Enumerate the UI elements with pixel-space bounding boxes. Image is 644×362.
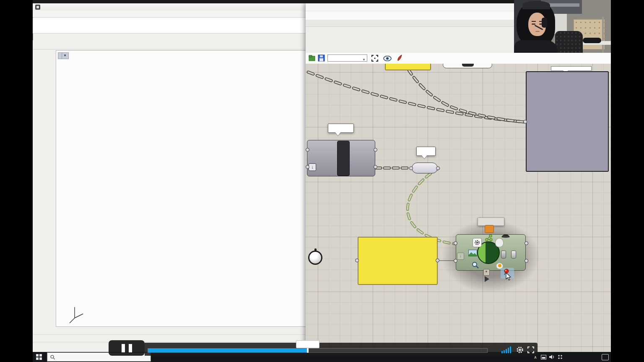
tray-language[interactable]: [564, 352, 576, 362]
desk-headphones: [583, 38, 601, 43]
viewport-title-tab[interactable]: ▼: [58, 52, 69, 59]
data-node-tooltip: [416, 147, 436, 156]
split-tree-negative-nub[interactable]: [374, 165, 377, 169]
tree-panel-input-nub[interactable]: [523, 120, 527, 124]
split-tree-2-masks-nub[interactable]: [454, 259, 457, 263]
split-tree-2-tooltip: [478, 217, 504, 226]
video-frame: ▼ ▼: [0, 0, 644, 362]
grasshopper-canvas[interactable]: ↓: [306, 64, 611, 352]
start-button[interactable]: [36, 354, 42, 360]
canvas-zoom-select[interactable]: ▼: [327, 54, 367, 62]
pause-button[interactable]: [109, 340, 145, 356]
person-shoulders: [514, 40, 558, 53]
rhino-viewport[interactable]: ▼: [56, 50, 306, 327]
capsule-toggle-icon-2[interactable]: [511, 251, 516, 259]
split-tree-masks-nub[interactable]: [306, 165, 309, 169]
split-tree-2-positive-nub[interactable]: [525, 241, 528, 245]
headset-band: [522, 1, 550, 9]
player-timestamp-tooltip: [296, 340, 319, 348]
compass-knob: [314, 248, 317, 251]
image-preview-icon[interactable]: [468, 250, 477, 256]
settings-gear-icon[interactable]: [473, 238, 482, 247]
orange-box-icon[interactable]: [485, 225, 494, 233]
letterbox-right: [611, 0, 644, 362]
split-tree-tooltip-pointer: [335, 132, 341, 136]
save-file-icon[interactable]: [318, 54, 325, 62]
mouse-cursor: [505, 272, 512, 281]
open-file-icon[interactable]: [309, 54, 316, 62]
data-node-tooltip-pointer: [421, 155, 427, 159]
split-tree-component[interactable]: ↓: [307, 140, 375, 176]
shelf-pole: [602, 17, 604, 53]
magnifier-icon[interactable]: [472, 261, 479, 269]
rhino-title-bar: [33, 3, 306, 10]
rhino-app-icon: [35, 5, 40, 10]
data-node-input-nub[interactable]: [409, 166, 413, 170]
slider-handle[interactable]: [462, 64, 474, 67]
ghost-preview-icon[interactable]: [495, 238, 504, 247]
zoom-extents-icon[interactable]: [371, 54, 379, 62]
split-tree-name-plate[interactable]: [337, 141, 350, 176]
cplane-axis-icon: [64, 301, 89, 326]
bake-icon[interactable]: [483, 269, 490, 276]
masks-expression-icon[interactable]: ↓: [309, 163, 316, 171]
panel-output-nub[interactable]: [436, 259, 439, 262]
playhead[interactable]: [307, 348, 309, 353]
tree-panel-callout: [551, 66, 592, 71]
rhino-display-toolbar: [33, 40, 306, 49]
play-icon[interactable]: [483, 276, 490, 282]
wire-display-icon[interactable]: [485, 234, 493, 242]
tray-speaker-icon[interactable]: [548, 352, 556, 362]
notification-badge: [602, 354, 609, 360]
rhino-osnap-bar: [33, 334, 306, 342]
rhino-toolbar-tabs: [33, 34, 306, 40]
split-tree-positive-nub[interactable]: [374, 148, 377, 152]
panel-node-top[interactable]: [385, 64, 431, 70]
redraw-pen-icon[interactable]: [396, 54, 403, 62]
tray-dropbox-icon[interactable]: [556, 352, 564, 362]
progress-fill: [148, 349, 308, 352]
chair: [555, 31, 583, 53]
hat-icon[interactable]: [501, 231, 510, 238]
notification-center-icon[interactable]: [601, 352, 609, 362]
split-tree-data-nub[interactable]: [306, 148, 309, 152]
rhino-sidebar-toolbar: [33, 49, 56, 349]
tray-clock[interactable]: [576, 352, 600, 362]
fullscreen-icon[interactable]: [527, 346, 534, 353]
split-tree-2-input-nub[interactable]: [454, 241, 457, 245]
data-node[interactable]: [412, 163, 438, 173]
grasshopper-canvas-toolbar: ▼: [306, 53, 611, 64]
split-tree-2-negative-nub[interactable]: [525, 259, 528, 263]
preview-eye-icon[interactable]: [383, 56, 392, 61]
viewport-3d-model: [56, 51, 306, 327]
capsule-toggle-icon-1[interactable]: [501, 251, 506, 259]
chevron-down-icon[interactable]: ▼: [362, 56, 366, 63]
rhino-viewport-tabs: [33, 327, 306, 334]
progress-bar[interactable]: [148, 348, 488, 353]
split-tree-tooltip: [328, 124, 354, 133]
volume-bars-icon[interactable]: [501, 346, 512, 353]
rhino-menu-bar: [33, 10, 306, 18]
canvas-compass-widget[interactable]: [308, 251, 322, 265]
headset-earcup: [542, 18, 547, 28]
chevron-down-icon[interactable]: ▼: [62, 53, 67, 59]
rhino-command-area[interactable]: [33, 18, 306, 34]
webcam-overlay: [514, 0, 611, 53]
data-node-output-nub[interactable]: [436, 166, 440, 170]
slider-node[interactable]: [443, 64, 492, 68]
masks-expression-icon[interactable]: ↓: [457, 253, 464, 260]
tray-window-icon[interactable]: [540, 352, 547, 362]
panel-input-nub[interactable]: [355, 259, 359, 262]
player-control-bar: [145, 343, 538, 356]
panel-node[interactable]: [358, 237, 438, 285]
player-settings-gear-icon[interactable]: [516, 346, 524, 354]
letterbox-left: [0, 0, 33, 362]
search-icon: [50, 355, 55, 359]
tree-branch-panel[interactable]: [526, 71, 609, 172]
